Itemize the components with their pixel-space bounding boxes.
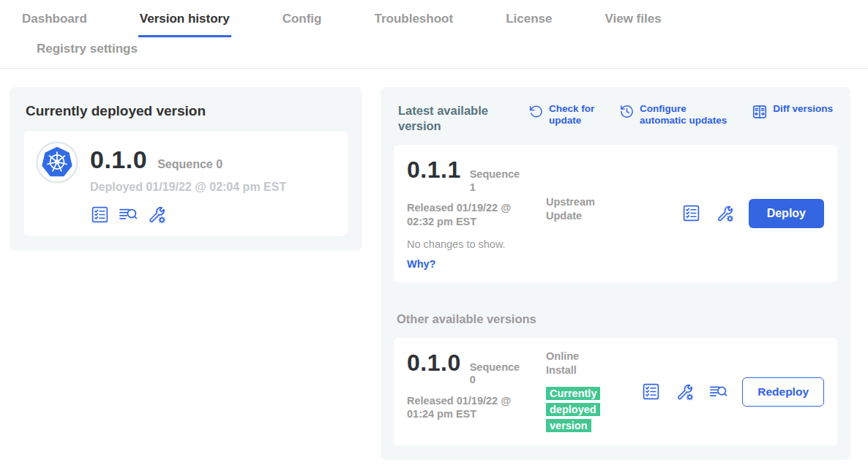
latest-version-source: Upstream Update <box>546 195 640 270</box>
other-released-timestamp: Released 01/19/22 @ 01:24 pm EST <box>407 394 546 422</box>
redeploy-button[interactable]: Redeploy <box>742 377 824 407</box>
configure-updates-action[interactable]: Configure automatic updates <box>619 103 727 127</box>
check-for-update-icon <box>528 103 544 119</box>
tab-registry-settings[interactable]: Registry settings <box>35 37 139 68</box>
check-for-update-action[interactable]: Check for update <box>528 103 594 127</box>
other-version-source-col: Online Install Currently deployed versio… <box>546 350 640 434</box>
latest-version-number: 0.1.1 <box>407 156 461 184</box>
available-versions-header: Latest available version Check for updat… <box>398 103 834 133</box>
configure-updates-icon <box>619 103 635 119</box>
other-version-info: 0.1.0 Sequence 0 Released 01/19/22 @ 01:… <box>407 350 546 434</box>
latest-changes-note: No changes to show. <box>407 238 546 250</box>
tab-license[interactable]: License <box>504 9 553 37</box>
tab-dashboard[interactable]: Dashboard <box>20 9 89 37</box>
tab-troubleshoot[interactable]: Troubleshoot <box>373 9 454 37</box>
main-content: Currently deployed version <box>0 69 868 460</box>
other-version-actions: Redeploy <box>641 350 824 434</box>
deployed-version-number: 0.1.0 <box>90 146 147 174</box>
diff-versions-action[interactable]: Diff versions <box>752 103 833 127</box>
available-versions-panel: Latest available version Check for updat… <box>381 87 850 460</box>
currently-deployed-panel: Currently deployed version <box>10 87 362 251</box>
top-nav: Dashboard Version history Config Trouble… <box>0 0 868 69</box>
other-version-source: Online Install <box>546 350 640 377</box>
deploy-logs-icon[interactable] <box>118 204 138 224</box>
why-link[interactable]: Why? <box>407 258 435 270</box>
latest-version-actions: Deploy <box>681 156 824 270</box>
preflight-checklist-icon[interactable] <box>681 203 701 223</box>
deploy-button[interactable]: Deploy <box>749 199 824 228</box>
edit-config-icon[interactable] <box>675 382 695 401</box>
currently-deployed-badge: Currently deployed version <box>546 385 606 434</box>
currently-deployed-title: Currently deployed version <box>26 103 348 119</box>
edit-config-icon[interactable] <box>146 204 167 224</box>
edit-config-icon[interactable] <box>715 203 735 223</box>
latest-version-info: 0.1.1 Sequence 1 Released 01/19/22 @ 02:… <box>407 156 546 270</box>
deployed-timestamp: Deployed 01/19/22 @ 02:04 pm EST <box>90 181 286 194</box>
latest-available-title: Latest available version <box>398 103 501 133</box>
deploy-logs-icon[interactable] <box>708 382 728 401</box>
other-version-card: 0.1.0 Sequence 0 Released 01/19/22 @ 01:… <box>394 338 837 446</box>
kubernetes-logo <box>36 141 78 224</box>
check-for-update-label: Check for update <box>549 103 594 127</box>
diff-versions-icon <box>752 103 768 120</box>
configure-updates-label: Configure automatic updates <box>640 103 727 127</box>
other-sequence-label: Sequence 0 <box>470 361 523 387</box>
header-actions: Check for update Configure automatic upd… <box>528 103 834 127</box>
latest-version-card: 0.1.1 Sequence 1 Released 01/19/22 @ 02:… <box>394 145 837 282</box>
tab-view-files[interactable]: View files <box>603 9 662 37</box>
preflight-checklist-icon[interactable] <box>90 205 110 224</box>
tab-config[interactable]: Config <box>281 9 323 37</box>
nav-row-2: Registry settings <box>0 37 868 68</box>
other-version-number: 0.1.0 <box>407 350 461 377</box>
tab-version-history[interactable]: Version history <box>138 9 231 37</box>
diff-versions-label: Diff versions <box>773 103 833 115</box>
currently-deployed-info: 0.1.0 Sequence 0 Deployed 01/19/22 @ 02:… <box>90 141 286 224</box>
latest-sequence-label: Sequence 1 <box>470 168 523 194</box>
currently-deployed-card: 0.1.0 Sequence 0 Deployed 01/19/22 @ 02:… <box>24 131 348 236</box>
latest-released-timestamp: Released 01/19/22 @ 02:32 pm EST <box>407 201 546 229</box>
other-versions-title: Other available versions <box>397 312 837 326</box>
preflight-checklist-icon[interactable] <box>641 382 661 401</box>
nav-row-1: Dashboard Version history Config Trouble… <box>0 9 868 37</box>
deployed-sequence-label: Sequence 0 <box>157 158 222 171</box>
